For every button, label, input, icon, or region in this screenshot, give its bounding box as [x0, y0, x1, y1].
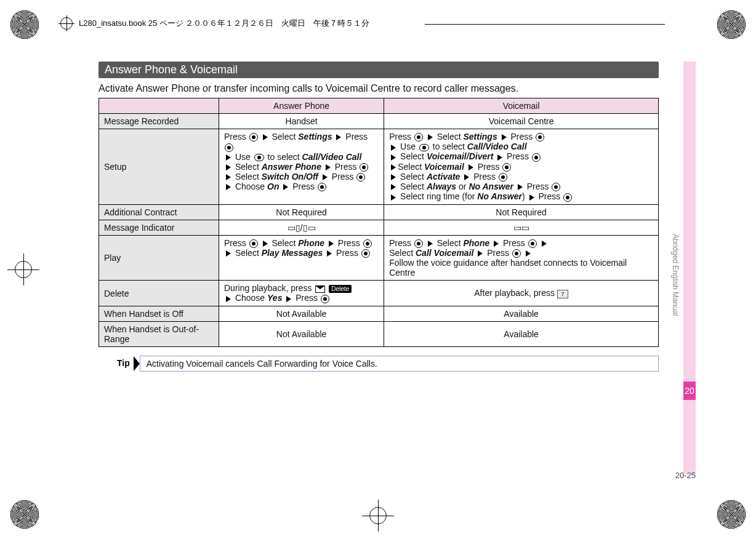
page-number: 20-25 — [675, 471, 696, 480]
header-meta-text: L280_insatsu.book 25 ページ ２００６年１２月２６日 火曜日… — [79, 18, 369, 29]
tip-row: Tip Activating Voicemail cancels Call Fo… — [99, 356, 659, 372]
arrow-icon — [464, 174, 469, 180]
tip-text: Activating Voicemail cancels Call Forwar… — [140, 356, 659, 372]
arrow-icon — [329, 241, 334, 247]
arrow-icon — [326, 164, 331, 170]
center-key-icon — [528, 239, 537, 248]
cell-delete-c1: During playback, press Delete Choose Yes… — [219, 281, 384, 306]
center-key-icon — [563, 193, 572, 202]
arrow-icon — [226, 164, 231, 170]
label-out-of-range: When Handset is Out-of-Range — [99, 321, 219, 346]
print-header: L280_insatsu.book 25 ページ ２００６年１２月２６日 火曜日… — [60, 17, 369, 30]
section-title: Answer Phone & Voicemail — [99, 62, 659, 78]
center-key-icon — [360, 163, 368, 172]
arrow-icon — [529, 194, 534, 201]
arrow-icon — [286, 296, 291, 302]
arrow-icon — [263, 241, 268, 247]
center-key-icon — [536, 133, 544, 142]
center-key-icon — [249, 239, 258, 248]
arrow-icon — [226, 174, 231, 180]
arrow-icon — [336, 134, 341, 140]
label-message-recorded: Message Recorded — [99, 114, 219, 129]
arrow-icon — [327, 250, 332, 257]
cell-msgind-c1: ▭▯/▯▭ — [219, 220, 384, 235]
registration-mark-br — [717, 500, 746, 529]
cell-msgrec-c2: Voicemail Centre — [384, 114, 659, 129]
center-key-icon — [318, 183, 326, 191]
cell-addc-c1: Not Required — [219, 204, 384, 220]
delete-softkey-icon: Delete — [329, 285, 352, 293]
arrow-icon — [391, 194, 396, 201]
arrow-icon — [497, 154, 502, 161]
arrow-icon — [391, 154, 396, 161]
center-key-icon — [414, 239, 423, 248]
registration-mark-bottom — [367, 505, 389, 527]
arrow-icon — [226, 154, 231, 161]
cell-setup-c1: Press Select Settings Press Use to selec… — [219, 129, 384, 205]
cell-addc-c2: Not Required — [384, 204, 659, 220]
center-key-icon — [225, 143, 233, 152]
cell-oor-c2: Available — [384, 321, 659, 346]
label-message-indicator: Message Indicator — [99, 220, 219, 235]
comparison-table: Answer Phone Voicemail Message Recorded … — [99, 98, 659, 347]
tip-arrow-icon — [134, 356, 140, 371]
registration-mark-bl — [10, 500, 39, 529]
label-setup: Setup — [99, 129, 219, 205]
center-key-icon — [499, 173, 507, 182]
side-tab: 20 — [683, 62, 696, 474]
arrow-icon — [391, 145, 396, 151]
registration-mark-tr — [717, 10, 746, 39]
cell-hsoff-c1: Not Available — [219, 306, 384, 321]
arrow-icon — [526, 250, 531, 257]
header-reg-icon — [60, 17, 73, 30]
arrow-icon — [323, 174, 328, 180]
arrow-icon — [428, 134, 433, 140]
arrow-icon — [518, 184, 523, 190]
row-message-indicator: Message Indicator ▭▯/▯▭ ▭▭ — [99, 220, 659, 235]
row-out-of-range: When Handset is Out-of-Range Not Availab… — [99, 321, 659, 346]
arrow-icon — [494, 241, 499, 247]
center-key-icon — [363, 239, 372, 248]
row-setup: Setup Press Select Settings Press Use to… — [99, 129, 659, 205]
header-answer-phone: Answer Phone — [219, 98, 384, 114]
cell-oor-c1: Not Available — [219, 321, 384, 346]
center-key-icon — [532, 153, 541, 162]
cell-play-c2: Press Select Phone Press Select Call Voi… — [384, 235, 659, 281]
chapter-number: 20 — [683, 381, 696, 400]
row-play: Play Press Select Phone Press Select Pla… — [99, 235, 659, 281]
side-label: Abridged English Manual — [671, 234, 680, 316]
arrow-icon — [226, 184, 231, 190]
tape-icon: ▭▭ — [513, 223, 529, 233]
center-key-icon — [249, 133, 258, 142]
center-key-icon — [321, 295, 329, 303]
arrow-icon — [283, 184, 288, 190]
arrow-icon — [428, 241, 433, 247]
arrow-icon — [226, 250, 231, 257]
label-handset-off: When Handset is Off — [99, 306, 219, 321]
page-content: Answer Phone & Voicemail Activate Answer… — [99, 62, 659, 372]
registration-mark-left — [12, 258, 34, 281]
header-rule — [425, 24, 665, 25]
registration-mark-tl — [10, 10, 39, 39]
cell-play-c1: Press Select Phone Press Select Play Mes… — [219, 235, 384, 281]
arrow-icon — [542, 241, 547, 247]
nav-key-icon — [419, 144, 429, 151]
cell-setup-c2: Press Select Settings Press Use to selec… — [384, 129, 659, 205]
center-key-icon — [414, 133, 423, 142]
center-key-icon — [361, 249, 370, 258]
table-header-row: Answer Phone Voicemail — [99, 98, 659, 114]
label-delete: Delete — [99, 281, 219, 306]
arrow-icon — [502, 134, 507, 140]
intro-text: Activate Answer Phone or transfer incomi… — [99, 83, 659, 94]
row-message-recorded: Message Recorded Handset Voicemail Centr… — [99, 114, 659, 129]
label-additional-contract: Additional Contract — [99, 204, 219, 220]
center-key-icon — [502, 163, 511, 172]
arrow-icon — [391, 164, 396, 170]
arrow-icon — [391, 184, 396, 190]
row-handset-off: When Handset is Off Not Available Availa… — [99, 306, 659, 321]
center-key-icon — [512, 249, 521, 258]
arrow-icon — [391, 174, 396, 180]
arrow-icon — [263, 134, 268, 140]
arrow-icon — [468, 164, 473, 170]
tape-icon: ▭▯ — [288, 223, 300, 233]
